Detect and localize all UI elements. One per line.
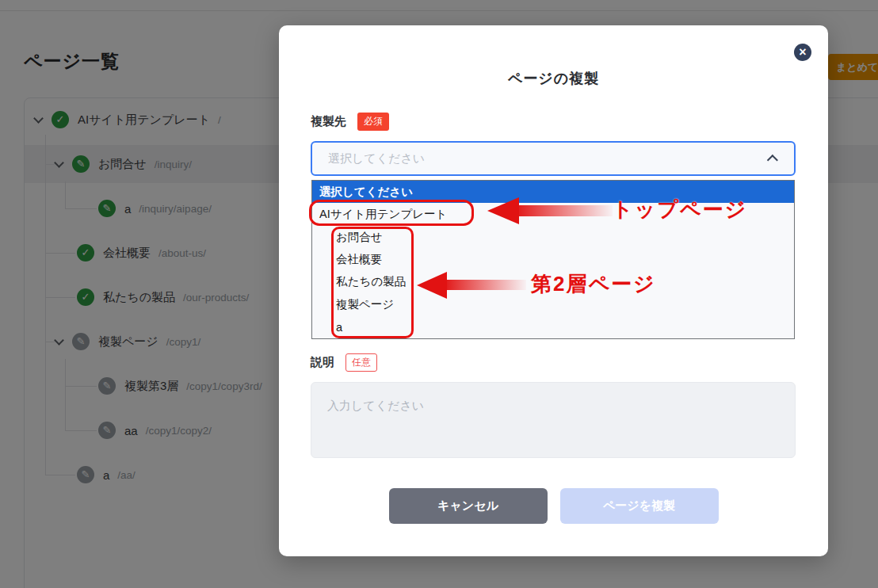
- modal-title: ページの複製: [279, 69, 828, 88]
- destination-field-label-row: 複製先 必須: [311, 113, 389, 131]
- cancel-button[interactable]: キャンセル: [389, 488, 548, 524]
- duplicate-page-modal: × ページの複製 複製先 必須 選択してください 選択してください AIサイト用…: [279, 25, 828, 556]
- description-label: 説明: [311, 355, 334, 370]
- option-child-page[interactable]: 会社概要: [312, 248, 794, 270]
- annotation-arrow-tail: [447, 280, 526, 290]
- required-badge: 必須: [357, 113, 389, 131]
- modal-button-row: キャンセル ページを複製: [279, 488, 828, 524]
- optional-badge: 任意: [345, 353, 377, 372]
- annotation-label-top-page: トップページ: [612, 196, 747, 223]
- destination-select[interactable]: 選択してください: [311, 141, 796, 176]
- option-child-page[interactable]: お問合せ: [312, 226, 794, 248]
- annotation-arrow-left-icon: [417, 272, 447, 299]
- annotation-label-second-layer: 第2層ページ: [531, 270, 656, 298]
- option-child-page[interactable]: a: [312, 316, 794, 338]
- close-icon[interactable]: ×: [794, 44, 811, 61]
- description-field-label-row: 説明 任意: [311, 353, 377, 372]
- select-placeholder: 選択してください: [328, 151, 770, 166]
- duplicate-page-button[interactable]: ページを複製: [560, 488, 719, 524]
- description-textarea[interactable]: [311, 382, 796, 458]
- screen: ページ一覧 まとめて ✓ AIサイト用テンプレート / ✎ お問合せ /inqu…: [0, 0, 878, 588]
- annotation-arrow-tail: [519, 205, 613, 216]
- destination-label: 複製先: [311, 114, 346, 129]
- annotation-arrow-left-icon: [487, 197, 519, 224]
